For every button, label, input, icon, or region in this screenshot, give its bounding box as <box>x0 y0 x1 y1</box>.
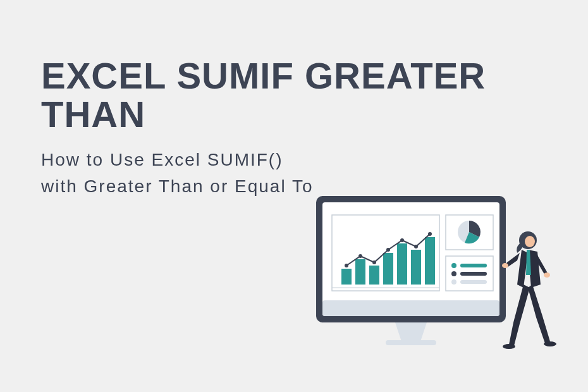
svg-point-31 <box>502 263 508 268</box>
svg-point-34 <box>544 341 556 346</box>
svg-point-33 <box>503 344 515 349</box>
svg-point-32 <box>544 273 550 278</box>
illustration-container <box>297 190 563 360</box>
svg-rect-8 <box>383 253 393 285</box>
svg-point-12 <box>345 264 348 267</box>
person-icon <box>502 231 556 349</box>
svg-point-25 <box>451 271 456 276</box>
svg-point-17 <box>414 245 418 248</box>
svg-point-14 <box>372 260 376 264</box>
svg-rect-3 <box>386 340 436 345</box>
page-heading: EXCEL SUMIF GREATER THAN <box>41 57 547 134</box>
subheading-line-1: How to Use Excel SUMIF() <box>41 150 283 169</box>
svg-point-16 <box>400 238 404 242</box>
svg-rect-5 <box>341 269 352 285</box>
svg-point-18 <box>428 232 432 236</box>
svg-rect-7 <box>369 266 379 285</box>
svg-rect-28 <box>460 280 487 284</box>
svg-rect-10 <box>411 250 421 285</box>
subheading-line-2: with Greater Than or Equal To <box>41 176 314 196</box>
monitor-icon <box>316 196 506 345</box>
svg-rect-11 <box>425 237 435 285</box>
svg-rect-6 <box>355 259 365 285</box>
svg-rect-26 <box>460 272 487 276</box>
svg-rect-24 <box>460 264 487 267</box>
svg-rect-9 <box>397 243 407 285</box>
svg-point-27 <box>451 279 456 285</box>
svg-rect-2 <box>322 300 499 316</box>
svg-point-15 <box>386 248 390 252</box>
svg-point-13 <box>358 254 362 258</box>
svg-point-30 <box>525 236 535 247</box>
svg-point-23 <box>451 263 456 268</box>
